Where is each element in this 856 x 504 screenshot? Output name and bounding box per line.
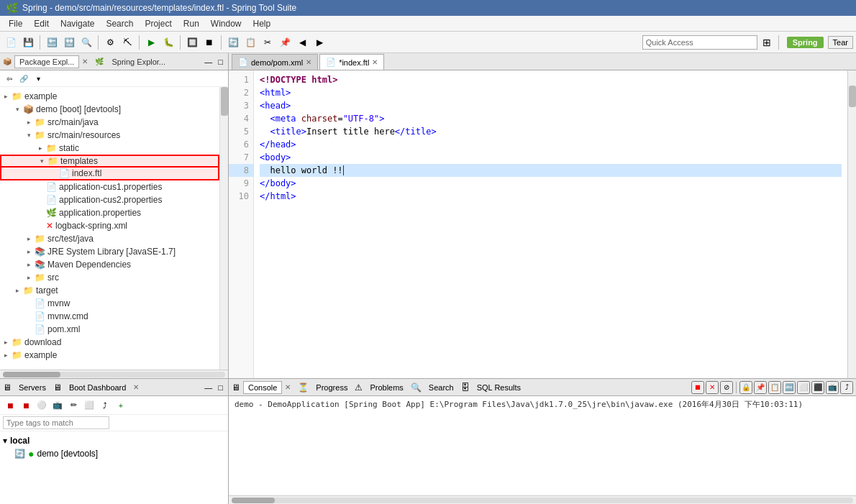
boot-demo-app[interactable]: 🔄 ● demo [devtools] (0, 447, 228, 460)
console-h-scrollbar[interactable] (229, 495, 856, 504)
tab-pom-xml[interactable]: 📄 demo/pom.xml ✕ (232, 54, 318, 70)
toolbar-btn-16[interactable]: ◀ (294, 35, 310, 50)
menu-help[interactable]: Help (247, 17, 277, 30)
link-with-editor-btn[interactable]: 🔗 (17, 72, 30, 85)
console-btn-10[interactable]: ⬛ (811, 381, 824, 394)
tear-button[interactable]: Tear (828, 36, 853, 49)
tree-item-example-2[interactable]: ▸ 📁 example (0, 349, 219, 362)
toggle-download[interactable]: ▸ (0, 339, 12, 346)
boot-btn-3[interactable]: ⚪ (35, 398, 49, 413)
pin-button[interactable]: 📌 (754, 381, 767, 394)
remove-launch-button[interactable]: ✕ (706, 381, 719, 394)
stop-all-button[interactable]: ⏹ (19, 398, 33, 413)
editor-v-scrollbar[interactable] (847, 70, 856, 378)
maximize-left-panel[interactable]: □ (216, 57, 225, 67)
toggle-src-main-resources[interactable]: ▾ (23, 132, 35, 139)
menu-run[interactable]: Run (178, 17, 205, 30)
tree-item-pom[interactable]: 📄 pom.xml (0, 323, 219, 336)
tree-scrollbar[interactable] (219, 87, 228, 370)
clear-console-button[interactable]: ⊘ (720, 381, 733, 394)
tab-boot-dashboard[interactable]: Boot Dashboard (65, 382, 131, 393)
toggle-src-test[interactable]: ▸ (23, 235, 35, 242)
tree-item-app-cus2[interactable]: 📄 application-cus2.properties (0, 193, 219, 206)
tree-item-src[interactable]: ▸ 📁 src (0, 271, 219, 284)
menu-edit[interactable]: Edit (28, 17, 55, 30)
tab-package-explorer[interactable]: Package Expl... (14, 55, 79, 68)
maximize-boot-panel[interactable]: □ (216, 382, 225, 393)
tab-spring-explorer[interactable]: Spring Explor... (106, 55, 170, 68)
perspectives-button[interactable]: ⊞ (759, 35, 775, 50)
new-button[interactable]: 📄 (3, 35, 19, 50)
tree-menu-btn[interactable]: ▾ (32, 72, 45, 85)
tree-h-scrollbar[interactable] (0, 370, 228, 378)
close-pom-tab[interactable]: ✕ (306, 58, 311, 66)
tree-item-maven[interactable]: ▸ 📚 Maven Dependencies (0, 258, 219, 271)
toggle-example[interactable]: ▸ (0, 93, 12, 100)
tree-item-app-cus1[interactable]: 📄 application-cus1.properties (0, 180, 219, 193)
toggle-example-2[interactable]: ▸ (0, 352, 12, 359)
quick-access-input[interactable]: Quick Access (642, 35, 757, 50)
boot-btn-6[interactable]: ⬜ (82, 398, 96, 413)
tree-item-example[interactable]: ▸ 📁 example (0, 90, 219, 103)
tree-item-templates[interactable]: ▾ 📁 templates (0, 155, 219, 168)
tree-item-app-properties[interactable]: 🌿 application.properties (0, 206, 219, 219)
toolbar-btn-4[interactable]: 🔛 (61, 35, 77, 50)
tree-item-src-test-java[interactable]: ▸ 📁 src/test/java (0, 232, 219, 245)
close-package-tab[interactable]: ✕ (82, 58, 88, 65)
tree-item-mvnw[interactable]: 📄 mvnw (0, 297, 219, 310)
tab-console[interactable]: Console (243, 381, 282, 394)
menu-project[interactable]: Project (139, 17, 177, 30)
toolbar-btn-3[interactable]: 🔙 (44, 35, 60, 50)
tree-item-static[interactable]: ▸ 📁 static (0, 142, 219, 155)
toolbar-btn-2[interactable]: 💾 (20, 35, 36, 50)
tree-item-logback[interactable]: ✕ logback-spring.xml (0, 219, 219, 232)
stop-button[interactable]: ⏹ (3, 398, 17, 413)
tag-search-input[interactable] (3, 416, 109, 429)
toolbar-btn-13[interactable]: 📋 (242, 35, 258, 50)
boot-local-group[interactable]: ▾ local (0, 434, 228, 447)
code-area[interactable]: <!DOCTYPE html> <html> <head> <meta char… (254, 70, 847, 378)
console-btn-9[interactable]: ⬜ (797, 381, 810, 394)
toggle-target[interactable]: ▸ (12, 287, 23, 294)
tree-item-demo[interactable]: ▾ 📦 demo [boot] [devtools] (0, 103, 219, 116)
scroll-lock-button[interactable]: 🔒 (739, 381, 752, 394)
tree-item-jre[interactable]: ▸ 📚 JRE System Library [JavaSE-1.7] (0, 245, 219, 258)
terminate-button[interactable]: ⏹ (691, 381, 704, 394)
tab-search[interactable]: Search (424, 382, 458, 393)
tree-item-src-main-resources[interactable]: ▾ 📁 src/main/resources (0, 129, 219, 142)
run-button[interactable]: ▶ (143, 35, 159, 50)
toggle-src[interactable]: ▸ (23, 274, 35, 281)
boot-btn-7[interactable]: ⤴ (98, 398, 112, 413)
toolbar-btn-7[interactable]: ⛏ (119, 35, 135, 50)
close-index-tab[interactable]: ✕ (372, 58, 378, 66)
console-btn-11[interactable]: 📺 (826, 381, 839, 394)
collapse-all-btn[interactable]: ⇦ (3, 72, 16, 85)
tree-item-download[interactable]: ▸ 📁 download (0, 336, 219, 349)
toolbar-btn-10[interactable]: 🔲 (184, 35, 200, 50)
menu-window[interactable]: Window (205, 17, 247, 30)
toggle-jre[interactable]: ▸ (23, 248, 35, 255)
tree-item-src-main-java[interactable]: ▸ 📁 src/main/java (0, 116, 219, 129)
boot-btn-4[interactable]: 📺 (50, 398, 65, 413)
tab-sql[interactable]: SQL Results (473, 382, 525, 393)
tab-index-ftl[interactable]: 📄 *index.ftl ✕ (319, 54, 384, 70)
tree-item-index-ftl[interactable]: 📄 index.ftl (0, 168, 219, 180)
toolbar-btn-14[interactable]: ✂ (260, 35, 276, 50)
minimize-left-panel[interactable]: — (202, 57, 214, 67)
toggle-demo[interactable]: ▾ (12, 106, 23, 113)
menu-navigate[interactable]: Navigate (55, 17, 100, 30)
tree-item-mvnw-cmd[interactable]: 📄 mvnw.cmd (0, 310, 219, 323)
toggle-maven[interactable]: ▸ (23, 261, 35, 268)
debug-button[interactable]: 🐛 (160, 35, 176, 50)
minimize-boot-panel[interactable]: — (202, 382, 214, 393)
menu-file[interactable]: File (3, 17, 28, 30)
close-console-tab[interactable]: ✕ (285, 383, 291, 391)
toolbar-btn-12[interactable]: 🔄 (225, 35, 241, 50)
tab-progress[interactable]: Progress (311, 382, 352, 393)
toolbar-btn-6[interactable]: ⚙ (102, 35, 118, 50)
toolbar-btn-5[interactable]: 🔍 (78, 35, 94, 50)
toolbar-btn-11[interactable]: ⏹ (201, 35, 217, 50)
close-boot-tab[interactable]: ✕ (133, 383, 139, 391)
toggle-static[interactable]: ▸ (35, 145, 46, 152)
toggle-templates[interactable]: ▾ (36, 157, 47, 165)
